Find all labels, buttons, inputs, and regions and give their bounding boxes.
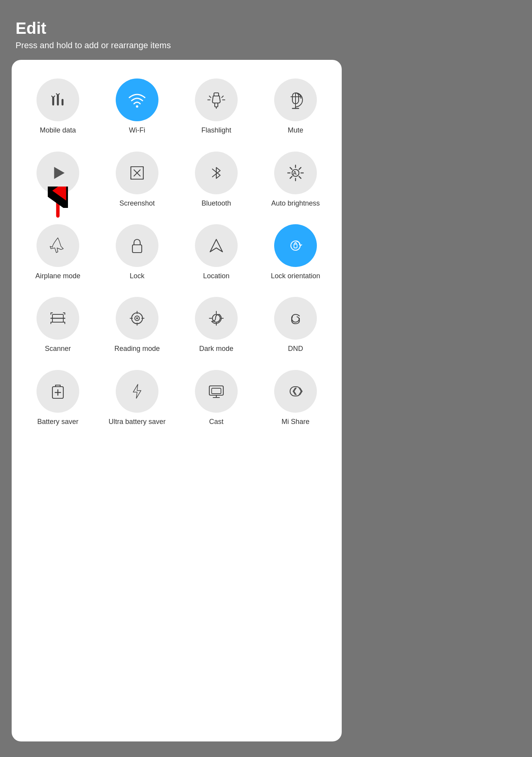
tile-battery-saver-label: Battery saver	[37, 417, 78, 426]
tile-battery-saver-icon	[37, 370, 79, 413]
svg-line-26	[290, 167, 292, 169]
tile-mute[interactable]: Mute	[257, 72, 334, 140]
svg-line-8	[222, 96, 223, 98]
svg-text:A: A	[293, 170, 297, 176]
drag-arrow-overlay	[48, 187, 68, 218]
tile-lock-orientation-label: Lock orientation	[271, 272, 320, 281]
page-subtitle: Press and hold to add or rearrange items	[16, 40, 342, 51]
svg-rect-34	[294, 244, 297, 248]
tile-scanner[interactable]: Scanner	[19, 290, 96, 359]
tile-ultra-battery-saver[interactable]: Ultra battery saver	[99, 363, 176, 432]
tile-ultra-battery-saver-icon	[116, 370, 158, 413]
svg-rect-4	[214, 93, 219, 96]
tile-lock-orientation[interactable]: Lock orientation	[257, 217, 334, 286]
tile-mute-icon	[274, 78, 317, 121]
tile-auto-brightness-label: Auto brightness	[271, 199, 320, 208]
tile-mobile-data-label: Mobile data	[40, 126, 76, 135]
tile-wifi[interactable]: Wi-Fi	[99, 72, 176, 140]
tile-battery-saver[interactable]: Battery saver	[19, 363, 96, 432]
tile-mobile-data[interactable]: Mobile data	[19, 72, 96, 140]
tile-cast-icon	[195, 370, 238, 413]
svg-rect-5	[215, 103, 218, 107]
tile-mi-share[interactable]: ❮❯ Mi Share	[257, 363, 334, 432]
svg-marker-32	[210, 239, 223, 252]
tile-dark-mode[interactable]: Dark mode	[178, 290, 255, 359]
tile-reading-mode-label: Reading mode	[114, 344, 160, 353]
tile-mobile-data-icon	[37, 78, 79, 121]
tile-flashlight-icon	[195, 78, 238, 121]
svg-line-28	[299, 167, 301, 169]
tile-location-icon	[195, 224, 238, 267]
svg-line-29	[290, 176, 292, 178]
tile-ultra-battery-saver-label: Ultra battery saver	[108, 417, 165, 426]
tile-lock[interactable]: Lock	[99, 217, 176, 286]
edit-panel: Mobile data Wi-Fi	[12, 60, 342, 741]
header: Edit Press and hold to add or rearrange …	[12, 16, 342, 60]
tile-screenshot-icon	[116, 152, 158, 194]
tile-scanner-icon	[37, 297, 79, 340]
tile-dark-mode-label: Dark mode	[199, 344, 233, 353]
svg-rect-60	[212, 388, 221, 394]
svg-marker-15	[54, 167, 64, 179]
tile-bluetooth-icon	[195, 152, 238, 194]
tile-bluetooth-label: Bluetooth	[202, 199, 231, 208]
tile-reading-mode-icon	[116, 297, 158, 340]
tile-dnd-icon	[274, 297, 317, 340]
tile-cast-label: Cast	[209, 417, 223, 426]
tile-auto-brightness-icon: A	[274, 152, 317, 194]
tile-flashlight[interactable]: Flashlight	[178, 72, 255, 140]
tile-lock-label: Lock	[130, 272, 144, 281]
svg-line-27	[299, 176, 301, 178]
svg-text:❮❯: ❮❯	[292, 387, 303, 395]
tile-screenshot-label: Screenshot	[119, 199, 155, 208]
tile-wifi-label: Wi-Fi	[129, 126, 145, 135]
page-title: Edit	[16, 19, 342, 37]
tile-airplane-mode-icon	[37, 224, 79, 267]
tile-location[interactable]: Location	[178, 217, 255, 286]
tile-wifi-icon	[116, 78, 158, 121]
tile-screenshot[interactable]: Screenshot	[99, 145, 176, 213]
tile-lock-orientation-icon	[274, 224, 317, 267]
svg-point-3	[136, 105, 138, 108]
tile-screen-record[interactable]	[19, 145, 96, 213]
tile-mute-label: Mute	[288, 126, 303, 135]
tile-lock-icon	[116, 224, 158, 267]
tile-bluetooth[interactable]: Bluetooth	[178, 145, 255, 213]
svg-line-7	[209, 96, 211, 98]
tile-auto-brightness[interactable]: A Auto brightness	[257, 145, 334, 213]
tile-dark-mode-icon	[195, 297, 238, 340]
tile-airplane-mode-label: Airplane mode	[35, 272, 80, 281]
tile-airplane-mode[interactable]: Airplane mode	[19, 217, 96, 286]
tile-dnd[interactable]: DND	[257, 290, 334, 359]
tile-mi-share-label: Mi Share	[282, 417, 309, 426]
svg-marker-55	[133, 384, 141, 398]
tile-location-label: Location	[203, 272, 229, 281]
svg-point-39	[136, 317, 138, 319]
tiles-grid: Mobile data Wi-Fi	[19, 72, 334, 432]
tile-scanner-label: Scanner	[45, 344, 71, 353]
tile-mi-share-icon: ❮❯	[274, 370, 317, 413]
tile-dnd-label: DND	[288, 344, 303, 353]
svg-rect-31	[132, 245, 142, 253]
tile-reading-mode[interactable]: Reading mode	[99, 290, 176, 359]
tile-flashlight-label: Flashlight	[201, 126, 231, 135]
tile-cast[interactable]: Cast	[178, 363, 255, 432]
